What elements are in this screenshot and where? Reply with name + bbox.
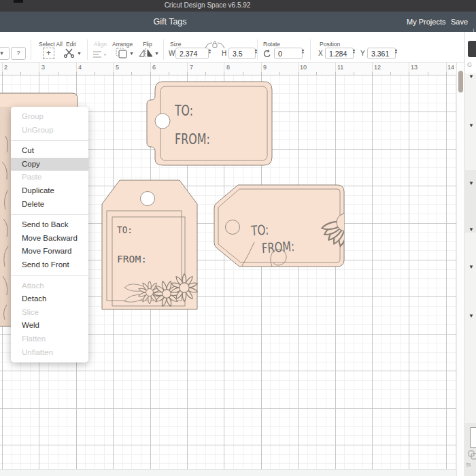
y-label: Y: [360, 50, 365, 57]
menu-item-unflatten: Unflatten: [11, 346, 88, 360]
menu-item-ungroup: UnGroup: [11, 124, 88, 137]
toolbar-divider: [257, 39, 258, 60]
horizontal-scrollbar[interactable]: [0, 469, 456, 476]
size-label: Size: [170, 41, 182, 48]
ruler-number: 14: [447, 64, 454, 71]
ruler-number: 2: [4, 64, 7, 71]
panel-partial-label: G: [467, 61, 472, 68]
menu-separator: [11, 214, 88, 215]
lock-aspect-icon[interactable]: [204, 39, 226, 49]
to-text: TO:: [117, 224, 133, 235]
project-title: Gift Tags: [153, 17, 186, 27]
from-text: FROM:: [175, 131, 210, 148]
edit-label: Edit: [66, 41, 76, 48]
app-header-bar: Gift Tags My Projects Save: [0, 12, 476, 32]
chevron-down-icon[interactable]: ▼: [469, 180, 474, 186]
from-text: FROM:: [261, 238, 295, 256]
flip-label: Flip: [143, 41, 152, 48]
cutoff-dropdown-button[interactable]: ▾: [0, 47, 10, 60]
layers-icon: [116, 48, 128, 58]
save-link[interactable]: Save: [451, 18, 468, 26]
edit-button[interactable]: ▼: [63, 48, 82, 58]
menu-item-cut[interactable]: Cut: [11, 144, 88, 158]
to-text: TO:: [250, 222, 269, 239]
help-button[interactable]: ?: [11, 47, 26, 60]
x-position-input[interactable]: [325, 48, 354, 59]
app-version-title: Cricut Design Space v6.5.92: [165, 1, 251, 9]
to-text: TO:: [174, 102, 193, 119]
gift-tag-top[interactable]: TO: FROM:: [147, 82, 272, 165]
select-all-icon: +: [43, 48, 54, 59]
ruler-number: 11: [337, 64, 343, 71]
window-notch: [14, 0, 23, 3]
ruler-number: 3: [41, 64, 45, 71]
menu-item-send-to-front[interactable]: Send to Front: [11, 258, 88, 272]
align-label: Align: [94, 41, 107, 48]
chevron-down-icon[interactable]: ▼: [469, 226, 474, 233]
y-position-input[interactable]: [367, 48, 396, 59]
menu-item-copy[interactable]: Copy: [11, 158, 88, 171]
menu-item-move-forward[interactable]: Move Forward: [11, 245, 88, 258]
menu-item-flatten: Flatten: [11, 333, 88, 346]
edit-toolbar: ▾ ? Select All + Edit ▼ Align ▼ Arrange: [0, 32, 476, 63]
height-label: H: [222, 50, 226, 57]
select-all-button[interactable]: +: [43, 48, 54, 59]
x-position-stepper[interactable]: ▲▼: [352, 48, 356, 54]
chevron-down-icon[interactable]: ▼: [469, 73, 474, 80]
arrange-label: Arrange: [112, 41, 133, 48]
layers-panel-edge: G ▼ ▼ ▼ ▼ ▼ ▼ Sli: [464, 32, 476, 476]
rotate-input[interactable]: [274, 48, 303, 59]
flip-button[interactable]: ▼: [139, 48, 159, 58]
rotate-label: Rotate: [263, 41, 280, 48]
toolbar-divider: [310, 39, 311, 60]
position-label: Position: [320, 41, 340, 48]
y-position-stepper[interactable]: ▲▼: [394, 48, 398, 54]
chevron-down-icon: ▼: [103, 52, 107, 57]
toolbar-divider: [163, 39, 164, 60]
rotate-stepper[interactable]: ▲▼: [301, 48, 305, 54]
menu-item-weld[interactable]: Weld: [11, 319, 88, 333]
width-input[interactable]: [175, 48, 209, 59]
os-title-bar: Cricut Design Space v6.5.92: [0, 0, 476, 12]
width-label: W: [169, 50, 175, 57]
width-stepper[interactable]: ▲▼: [208, 48, 211, 54]
toolbar-divider: [87, 39, 88, 60]
scrollbar-thumb[interactable]: [458, 71, 463, 92]
panel-section-block: [465, 170, 476, 233]
menu-item-attach: Attach: [11, 279, 88, 293]
menu-item-slice: Slice: [11, 306, 88, 320]
gift-tag-right[interactable]: TO: FROM:: [214, 185, 370, 267]
my-projects-link[interactable]: My Projects: [407, 18, 445, 26]
slice-button-label[interactable]: Sli: [466, 462, 471, 467]
chevron-down-icon: ▼: [129, 51, 134, 56]
menu-item-duplicate[interactable]: Duplicate: [11, 184, 88, 198]
menu-item-paste: Paste: [11, 171, 88, 184]
chevron-down-icon[interactable]: ▼: [469, 122, 474, 129]
panel-swatch-box[interactable]: [470, 427, 476, 448]
ruler-number: 12: [374, 64, 381, 71]
chevron-down-icon[interactable]: ▼: [469, 313, 474, 319]
menu-item-send-to-back[interactable]: Send to Back: [11, 218, 88, 232]
ruler-number: 4: [78, 64, 82, 71]
select-all-label: Select All: [39, 41, 63, 48]
chevron-down-icon[interactable]: ▼: [469, 264, 474, 270]
toolbar-divider: [31, 39, 31, 60]
menu-item-delete[interactable]: Delete: [11, 198, 88, 211]
arrange-button[interactable]: ▼: [116, 48, 134, 58]
height-input[interactable]: [228, 48, 256, 59]
ruler-number: 8: [226, 64, 230, 71]
rotate-icon: [262, 49, 272, 58]
align-button-disabled: ▼: [93, 50, 107, 59]
menu-item-group: Group: [11, 110, 88, 124]
menu-separator: [11, 140, 88, 141]
ruler-number: 7: [190, 64, 193, 71]
chevron-down-icon: ▼: [77, 51, 82, 56]
horizontal-ruler: 2 3 4 5 6 7 8 9 10 11 12 13 14: [0, 63, 456, 75]
menu-item-detach[interactable]: Detach: [11, 292, 88, 306]
cricut-design-space-window: { "title_bar": { "text": "Cricut Design …: [0, 0, 476, 476]
ruler-number: 10: [300, 64, 307, 71]
menu-item-move-backward[interactable]: Move Backward: [11, 232, 88, 245]
scissors-icon: [63, 48, 75, 58]
panel-thumbnail-icon: [468, 41, 476, 57]
gift-tag-left[interactable]: TO: FROM:: [102, 180, 198, 309]
